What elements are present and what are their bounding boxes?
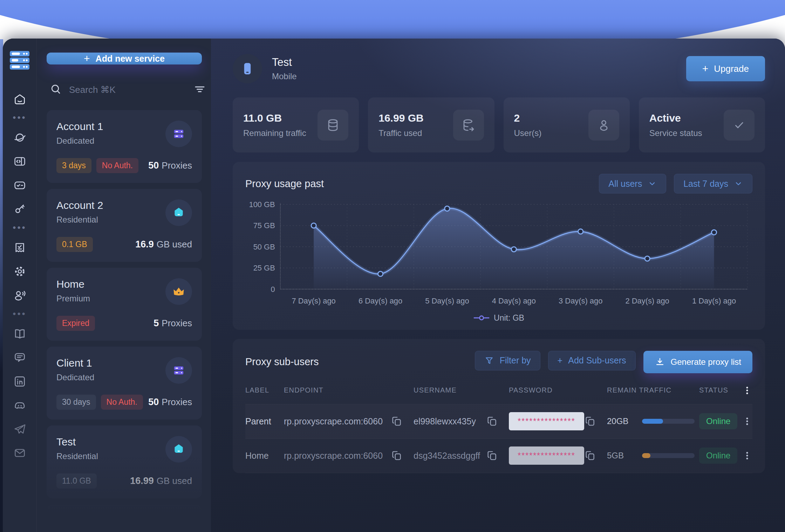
user-voice-icon[interactable] xyxy=(12,287,27,303)
svg-text:0: 0 xyxy=(271,285,275,294)
stat-label: Service status xyxy=(649,128,702,138)
services-sidebar: + Add new service Account 1 xyxy=(37,39,211,532)
copy-endpoint-button[interactable] xyxy=(391,415,414,427)
stat-value: 16.99 GB xyxy=(378,112,423,124)
days-badge: 30 days xyxy=(56,395,96,410)
mail-icon[interactable] xyxy=(12,445,27,461)
discord-icon[interactable] xyxy=(12,397,27,413)
copy-icon xyxy=(391,450,403,462)
table-menu-button[interactable] xyxy=(738,385,752,396)
account-card-client-1[interactable]: Client 1 Dedicated 30 days No A xyxy=(47,347,202,420)
key-icon[interactable] xyxy=(12,201,27,217)
days-badge: 3 days xyxy=(56,158,91,173)
password-field: *************** xyxy=(509,446,584,465)
receipt-check-icon[interactable] xyxy=(12,240,27,255)
add-new-service-label: Add new service xyxy=(96,54,165,64)
add-new-service-button[interactable]: + Add new service xyxy=(47,53,202,64)
search-input[interactable] xyxy=(69,84,186,95)
range-filter-dropdown[interactable]: Last 7 days xyxy=(674,174,752,193)
svg-text:4 Day(s) ago: 4 Day(s) ago xyxy=(492,296,536,305)
usage-metric: 16.9GB used xyxy=(135,239,192,250)
row-username: el998lewxx435y xyxy=(414,416,486,427)
main-content: Test Mobile + Upgrade 11.0 GB Remaining … xyxy=(211,39,785,532)
generate-proxy-list-button[interactable]: Generate proxy list xyxy=(643,351,752,373)
more-dots[interactable]: ••• xyxy=(13,112,26,124)
stat-label: Traffic used xyxy=(378,128,423,138)
password-field: *************** xyxy=(509,412,584,430)
copy-username-button[interactable] xyxy=(486,415,509,427)
account-card-account-2[interactable]: Account 2 Residential 0.1 GB 16.9GB used xyxy=(47,189,202,262)
telegram-icon[interactable] xyxy=(12,421,27,437)
filter-by-button[interactable]: Filter by xyxy=(475,351,540,370)
table-row[interactable]: Parent rp.proxyscrape.com:6060 el998lewx… xyxy=(245,404,752,439)
database-icon xyxy=(318,110,348,141)
table-row[interactable]: Home rp.proxyscrape.com:6060 dsg3452assd… xyxy=(245,439,752,473)
mobile-icon xyxy=(240,61,255,76)
svg-text:6 Day(s) ago: 6 Day(s) ago xyxy=(359,296,402,305)
account-card-test[interactable]: Test Residential 11.0 GB 16.99GB used xyxy=(47,425,202,498)
stat-traffic-used: 16.99 GB Traffic used xyxy=(368,97,494,152)
book-icon[interactable] xyxy=(12,326,27,341)
home-icon[interactable] xyxy=(12,91,27,107)
account-name: Test xyxy=(56,436,98,448)
account-type: Premium xyxy=(56,294,90,303)
svg-text:3 Day(s) ago: 3 Day(s) ago xyxy=(559,296,602,305)
row-menu-button[interactable] xyxy=(738,416,752,427)
no-auth-badge: No Auth. xyxy=(96,158,138,173)
chevron-down-icon xyxy=(648,179,657,188)
legend-line-marker-icon xyxy=(473,315,490,321)
proxies-metric: 50Proxies xyxy=(148,160,192,171)
svg-text:1 Day(s) ago: 1 Day(s) ago xyxy=(692,296,736,305)
app-window: ••• ••• xyxy=(3,39,785,532)
traffic-badge: 11.0 GB xyxy=(56,473,97,489)
account-card-account-1[interactable]: Account 1 Dedicated 3 days No A xyxy=(47,110,202,183)
stat-service-status: Active Service status xyxy=(639,97,765,152)
svg-text:100 GB: 100 GB xyxy=(249,200,275,209)
filter-lines-icon[interactable] xyxy=(193,83,206,97)
task-card-icon[interactable] xyxy=(12,177,27,193)
row-menu-button[interactable] xyxy=(738,450,752,461)
add-sub-users-button[interactable]: + Add Sub-users xyxy=(548,351,636,370)
user-icon xyxy=(588,110,619,141)
row-endpoint: rp.proxyscrape.com:6060 xyxy=(284,416,391,427)
gear-icon[interactable] xyxy=(12,264,27,279)
linkedin-icon[interactable] xyxy=(12,374,27,389)
copy-endpoint-button[interactable] xyxy=(391,450,414,462)
copy-password-button[interactable] xyxy=(584,450,607,462)
proxies-metric: 50Proxies xyxy=(148,397,192,408)
upgrade-button[interactable]: + Upgrade xyxy=(686,56,765,81)
code-window-icon[interactable] xyxy=(12,154,27,169)
account-card-home[interactable]: Home Premium Expired 5Proxies xyxy=(47,268,202,341)
sub-users-panel: Proxy sub-users Filter by + Add Sub-user… xyxy=(233,339,765,473)
chat-icon[interactable] xyxy=(12,350,27,365)
row-remain-traffic: 20GB xyxy=(607,416,642,426)
account-card-account-name[interactable]: Account name Mobile xyxy=(47,504,202,532)
database-export-icon xyxy=(453,110,484,141)
check-icon xyxy=(724,110,755,141)
users-filter-dropdown[interactable]: All users xyxy=(599,174,666,193)
chart-title: Proxy usage past xyxy=(245,178,324,190)
more-dots[interactable]: ••• xyxy=(13,222,26,234)
copy-username-button[interactable] xyxy=(486,450,509,462)
app-logo-icon[interactable] xyxy=(9,50,30,71)
more-dots[interactable]: ••• xyxy=(13,308,26,320)
page-title: Test xyxy=(272,56,297,69)
col-label: LABEL xyxy=(245,386,284,394)
status-badge: Online xyxy=(699,413,737,429)
copy-password-button[interactable] xyxy=(584,415,607,427)
copy-icon xyxy=(391,415,403,427)
service-header: Test Mobile + Upgrade xyxy=(233,54,765,83)
plus-icon: + xyxy=(84,53,90,64)
planet-icon[interactable] xyxy=(12,130,27,145)
usage-metric: 16.99GB used xyxy=(130,476,192,486)
svg-text:75 GB: 75 GB xyxy=(253,221,275,230)
plus-icon: + xyxy=(702,63,709,75)
stat-cards: 11.0 GB Remaining traffic 16.99 GB Traff… xyxy=(233,97,765,152)
row-endpoint: rp.proxyscrape.com:6060 xyxy=(284,451,391,461)
account-name: Account 1 xyxy=(56,121,103,132)
expired-badge: Expired xyxy=(56,316,95,331)
svg-text:50 GB: 50 GB xyxy=(253,243,275,251)
col-username: USERNAME xyxy=(414,386,486,394)
home-shape-icon xyxy=(165,199,192,226)
traffic-badge: 0.1 GB xyxy=(56,237,93,252)
